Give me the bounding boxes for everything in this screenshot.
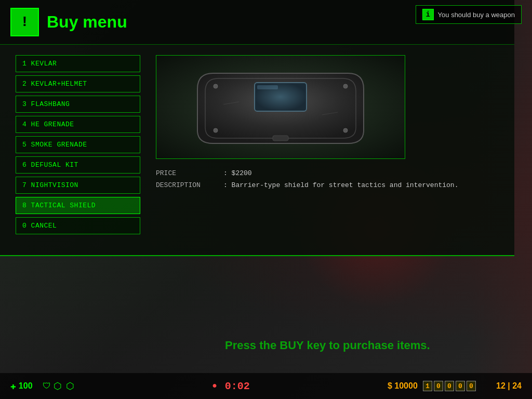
menu-item-3[interactable]: 3 FLASHBANG bbox=[16, 96, 140, 113]
ammo-separator: | bbox=[508, 381, 512, 390]
nade-icon: ⬡ bbox=[66, 380, 74, 392]
notification-text: You should buy a weapon bbox=[438, 11, 515, 19]
buy-menu: ! Buy menu 1 KEVLAR 2 KEVLAR+HELMET 3 FL… bbox=[0, 0, 514, 256]
menu-item-6[interactable]: 6 DEFUSAL KIT bbox=[16, 156, 140, 174]
digit-5: 0 bbox=[467, 381, 476, 391]
ammo-primary: 12 bbox=[496, 381, 506, 390]
digit-2: 0 bbox=[434, 381, 443, 391]
money-display: $ 10000 bbox=[388, 381, 418, 391]
hud-bottom: ✚ 100 🛡 ⬡ ⬡ ● 0:02 $ 10000 1 0 0 0 0 12 … bbox=[0, 373, 532, 399]
desc-label: DESCRIPTION bbox=[156, 181, 218, 189]
digit-3: 0 bbox=[445, 381, 454, 391]
menu-title: Buy menu bbox=[47, 12, 127, 32]
menu-item-0[interactable]: 0 CANCEL bbox=[16, 217, 140, 234]
hud-icons: ⬡ ⬡ bbox=[54, 380, 74, 392]
hud-center: ● 0:02 bbox=[212, 380, 250, 392]
kit-icon: ⬡ bbox=[54, 380, 62, 392]
buy-prompt: Press the BUY key to purchase items. bbox=[225, 339, 430, 352]
menu-item-5[interactable]: 5 SMOKE GRENADE bbox=[16, 136, 140, 153]
armor-icon: 🛡 bbox=[43, 381, 51, 391]
round-timer: 0:02 bbox=[225, 380, 250, 392]
item-detail: PRICE : $2200 DESCRIPTION : Barrier-type… bbox=[156, 55, 499, 234]
digit-1: 1 bbox=[423, 381, 432, 391]
health-icon: ✚ bbox=[10, 380, 16, 392]
hud-right: $ 10000 1 0 0 0 0 12 | 24 bbox=[388, 381, 522, 391]
notification-icon: i bbox=[422, 9, 434, 20]
items-list: 1 KEVLAR 2 KEVLAR+HELMET 3 FLASHBANG 4 H… bbox=[16, 55, 140, 234]
menu-item-2[interactable]: 2 KEVLAR+HELMET bbox=[16, 75, 140, 92]
menu-item-8[interactable]: 8 TACTICAL SHIELD bbox=[16, 197, 140, 214]
menu-item-4[interactable]: 4 HE GRENADE bbox=[16, 116, 140, 133]
menu-item-1[interactable]: 1 KEVLAR bbox=[16, 55, 140, 72]
svg-point-5 bbox=[214, 128, 218, 132]
header-icon: ! bbox=[10, 8, 39, 36]
svg-point-3 bbox=[214, 84, 218, 88]
hud-left: ✚ 100 🛡 ⬡ ⬡ bbox=[10, 380, 74, 392]
price-value: : $2200 bbox=[223, 169, 252, 177]
svg-rect-1 bbox=[257, 85, 278, 89]
menu-content: 1 KEVLAR 2 KEVLAR+HELMET 3 FLASHBANG 4 H… bbox=[0, 45, 514, 245]
notification-bar: i You should buy a weapon bbox=[416, 5, 522, 24]
desc-value: : Barrier-type shield for street tactics… bbox=[223, 181, 458, 189]
menu-item-7[interactable]: 7 NIGHTVISION bbox=[16, 177, 140, 194]
health-value: 100 bbox=[19, 381, 33, 391]
ammo-display: 12 | 24 bbox=[496, 381, 522, 391]
price-row: PRICE : $2200 bbox=[156, 169, 499, 177]
item-image bbox=[156, 55, 405, 159]
svg-rect-2 bbox=[273, 136, 288, 141]
price-label: PRICE bbox=[156, 169, 218, 177]
svg-point-6 bbox=[343, 128, 348, 132]
svg-point-4 bbox=[343, 84, 348, 88]
tactical-shield-image bbox=[192, 63, 369, 151]
ammo-reserve: 24 bbox=[512, 381, 522, 390]
desc-row: DESCRIPTION : Barrier-type shield for st… bbox=[156, 181, 499, 189]
item-stats: PRICE : $2200 DESCRIPTION : Barrier-type… bbox=[156, 167, 499, 196]
digit-4: 0 bbox=[456, 381, 465, 391]
money-box: 1 0 0 0 0 bbox=[423, 381, 476, 391]
bomb-indicator: ● bbox=[212, 381, 217, 391]
